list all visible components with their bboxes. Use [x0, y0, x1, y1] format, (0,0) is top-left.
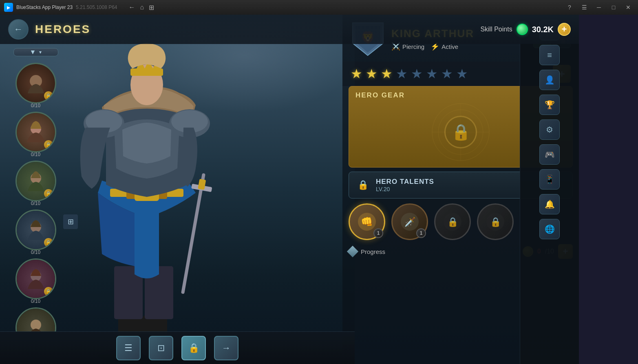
nav-home-icon[interactable]: ⌂ — [140, 4, 144, 11]
sidebar-mobile-icon: 📱 — [545, 174, 555, 184]
hero-list: ▼ ▾ 🔒 0/10 🔒 0/10 — [0, 44, 71, 331]
sidebar-settings-button[interactable]: ⚙ — [539, 119, 560, 140]
svg-text:🔒: 🔒 — [447, 216, 459, 227]
hero-avatar-6[interactable] — [15, 307, 56, 331]
skill-2-badge: 1 — [416, 228, 426, 238]
bottom-nav: ☰ ⊡ 🔒 → — [0, 331, 355, 364]
skill-button-4[interactable]: 🔒 — [477, 203, 514, 240]
star-5: ★ — [411, 66, 423, 82]
skill-points-area: Skill Points 30.2K + — [480, 23, 571, 36]
hero-lock-badge-5: 🔒 — [44, 287, 53, 296]
game-area: ← HEROES Skill Points 30.2K + ▼ ▾ 🔒 0/10 — [0, 15, 579, 364]
hero-progress-1: 0/10 — [31, 103, 40, 108]
help-icon[interactable]: ? — [564, 2, 575, 13]
skill-points-add-button[interactable]: + — [558, 23, 571, 36]
close-btn[interactable]: ✕ — [623, 2, 634, 13]
grid-icon: ⊞ — [68, 217, 74, 226]
progress-label: Progress — [361, 248, 385, 255]
star-1: ★ — [351, 66, 362, 82]
skill-4-icon-svg: 🔒 — [485, 212, 506, 232]
filter-icon: ▼ — [30, 49, 36, 56]
hero-progress-3: 0/10 — [31, 201, 40, 206]
skill-points-value: 30.2K — [532, 25, 554, 34]
sidebar-network-icon: 🌐 — [545, 224, 555, 234]
hero-item-4[interactable]: 🔒 0/10 — [15, 210, 56, 255]
sidebar-notification-button[interactable]: 🔔 — [539, 194, 560, 214]
hero-item-3[interactable]: 🔒 0/10 — [15, 161, 56, 206]
hero-progress-2: 0/10 — [31, 152, 40, 157]
hero-avatar-4[interactable]: 🔒 — [15, 210, 56, 250]
progress-diamond-icon — [347, 246, 358, 257]
hero-avatar-5[interactable]: 🔒 — [15, 258, 56, 299]
star-7: ★ — [441, 66, 453, 82]
top-nav: ← HEROES Skill Points 30.2K + — [0, 15, 579, 44]
sidebar-notification-icon: 🔔 — [545, 199, 555, 209]
hero-avatar-3[interactable]: 🔒 — [15, 161, 56, 201]
svg-text:🔒: 🔒 — [490, 216, 501, 227]
skill-1-badge: 1 — [373, 228, 383, 238]
hero-progress-5: 0/10 — [31, 298, 40, 304]
skill-2-icon-svg: 🗡️ — [400, 212, 420, 232]
lock-view-button[interactable]: 🔒 — [181, 336, 206, 360]
skill-points-gem-icon — [517, 24, 528, 35]
hero-lock-badge-4: 🔒 — [44, 238, 53, 247]
sidebar-profile-icon: 👤 — [545, 75, 555, 85]
hero-lock-badge-1: 🔒 — [44, 91, 53, 100]
hero-item-2[interactable]: 🔒 0/10 — [15, 112, 56, 157]
bluestacks-logo: ▶ — [4, 3, 13, 12]
skill-button-1[interactable]: 👊 1 — [349, 203, 385, 240]
sidebar-mobile-button[interactable]: 📱 — [539, 169, 560, 190]
grid-view-nav-button[interactable]: ⊡ — [149, 336, 173, 360]
skill-button-3[interactable]: 🔒 — [434, 203, 471, 240]
hero-item-6[interactable]: 0/10 — [15, 307, 56, 331]
sidebar-profile-button[interactable]: 👤 — [539, 70, 560, 90]
filter-arrow-icon: ▾ — [39, 49, 42, 55]
skill-1-icon-svg: 👊 — [357, 212, 377, 232]
skill-points-label: Skill Points — [480, 26, 512, 33]
lock-nav-icon: 🔒 — [188, 343, 199, 353]
grid-nav-icon: ⊡ — [157, 343, 165, 353]
sidebar-menu-button[interactable]: ≡ — [539, 45, 560, 65]
transfer-button[interactable]: → — [214, 336, 238, 360]
svg-rect-16 — [130, 68, 163, 76]
hero-item-1[interactable]: 🔒 0/10 — [15, 63, 56, 108]
attr-active-label: Active — [442, 43, 458, 50]
list-view-button[interactable]: ☰ — [116, 336, 141, 360]
app-title: BlueStacks App Player 23 — [16, 4, 73, 10]
menu-icon[interactable]: ☰ — [578, 2, 590, 13]
hero-avatar-1[interactable]: 🔒 — [15, 63, 56, 104]
star-2: ★ — [366, 66, 378, 82]
title-bar-controls: ? ☰ ─ □ ✕ — [564, 2, 634, 13]
filter-button[interactable]: ▼ ▾ — [13, 48, 58, 56]
back-icon: ← — [14, 24, 23, 35]
back-button[interactable]: ← — [8, 19, 29, 40]
hero-avatar-2[interactable]: 🔒 — [15, 112, 56, 152]
hero-avatar-inner-6 — [17, 309, 55, 331]
gear-lock-icon: 🔒 — [444, 116, 477, 148]
skill-3-icon-svg: 🔒 — [442, 212, 463, 232]
skill-button-2[interactable]: 🗡️ 1 — [391, 203, 428, 240]
nav-back-icon[interactable]: ← — [129, 4, 135, 11]
title-bar-left: ▶ BlueStacks App Player 23 5.21.505.1008… — [4, 3, 154, 12]
hero-lock-badge-3: 🔒 — [44, 189, 53, 198]
star-4: ★ — [396, 66, 408, 82]
sidebar-gamepad-button[interactable]: 🎮 — [539, 144, 560, 165]
star-6: ★ — [426, 66, 438, 82]
restore-btn[interactable]: □ — [608, 2, 619, 13]
nav-grid-icon[interactable]: ⊞ — [149, 4, 154, 11]
svg-text:🗡️: 🗡️ — [404, 216, 416, 227]
list-icon: ☰ — [124, 343, 132, 353]
title-bar: ▶ BlueStacks App Player 23 5.21.505.1008… — [0, 0, 638, 15]
sidebar-gamepad-icon: 🎮 — [545, 150, 555, 159]
app-version: 5.21.505.1008 P64 — [76, 4, 117, 10]
add-icon: + — [562, 24, 567, 35]
title-bar-nav: ← ⌂ ⊞ — [129, 4, 155, 11]
hero-lock-badge-2: 🔒 — [44, 140, 53, 149]
star-8: ★ — [456, 66, 468, 82]
hero-item-5[interactable]: 🔒 0/10 — [15, 258, 56, 304]
grid-view-button[interactable]: ⊞ — [63, 214, 78, 229]
minimize-btn[interactable]: ─ — [593, 2, 605, 13]
sidebar-menu-icon: ≡ — [547, 51, 552, 60]
sidebar-network-button[interactable]: 🌐 — [539, 219, 560, 239]
sidebar-trophy-button[interactable]: 🏆 — [539, 95, 560, 115]
